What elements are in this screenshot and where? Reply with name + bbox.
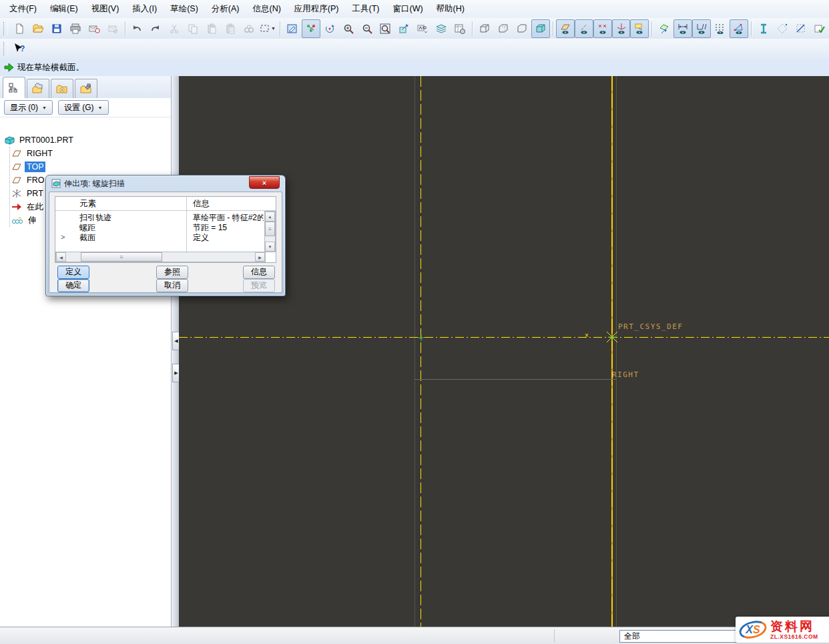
prompt-arrow-icon — [4, 63, 14, 72]
datum-plane-display-button[interactable] — [556, 19, 575, 38]
watermark-site-name: 资料网 — [770, 620, 818, 633]
sketch-line-horizontal[interactable] — [414, 379, 616, 380]
sketch-orientation-button[interactable] — [655, 19, 673, 38]
horizontal-scroll-thumb[interactable] — [81, 252, 162, 262]
open-button[interactable] — [29, 19, 47, 38]
axis-display-button[interactable] — [575, 19, 593, 38]
intersection-marker-icon — [417, 334, 425, 342]
menu-analysis[interactable]: 分析(A) — [205, 0, 246, 18]
tab-connections[interactable] — [75, 79, 97, 98]
tab-favorites[interactable] — [51, 79, 73, 98]
main-toolbar — [0, 18, 829, 39]
info-button[interactable]: 信息 — [243, 266, 275, 279]
toolbar-grip[interactable] — [3, 42, 8, 55]
annotation-display-button[interactable] — [630, 19, 649, 38]
cell-info[interactable]: 草绘平面 - 特征#2的 — [193, 213, 264, 223]
scroll-down-icon[interactable] — [265, 242, 275, 252]
open-ends-diagnostics-button[interactable] — [792, 19, 810, 38]
menu-applications[interactable]: 应用程序(P) — [288, 0, 346, 18]
constraint-display-button[interactable] — [692, 19, 711, 38]
menu-file[interactable]: 文件(F) — [3, 0, 43, 18]
cell-element[interactable]: 截面 — [79, 233, 95, 243]
vertex-display-button[interactable] — [730, 19, 748, 38]
save-button[interactable] — [47, 19, 66, 38]
context-help-button[interactable]: ? — [10, 39, 29, 58]
wireframe-button[interactable] — [475, 19, 494, 38]
graphics-canvas[interactable]: PRT_CSYS_DEF RIGHT — [179, 76, 829, 627]
menu-insert[interactable]: 插入(I) — [125, 0, 164, 18]
section-shade-button[interactable] — [754, 19, 773, 38]
cell-info[interactable]: 节距 = 15 — [193, 223, 227, 233]
secondary-toolbar: ? — [0, 39, 829, 59]
ok-button[interactable]: 确定 — [57, 279, 89, 292]
menu-tools[interactable]: 工具(T) — [346, 0, 386, 18]
shaded-button[interactable] — [531, 19, 550, 38]
tab-model-tree[interactable] — [3, 77, 25, 98]
elements-table[interactable]: 元素 信息 扫引轨迹 草绘平面 - 特征#2的 螺距 节距 = 15 截面 定义 — [55, 196, 276, 263]
layers-button[interactable] — [432, 19, 451, 38]
sketch-line-vertical[interactable] — [414, 76, 415, 627]
navigator-buttons: 显示 (0) 设置 (G) — [0, 98, 171, 117]
vertical-scrollbar[interactable] — [264, 211, 276, 252]
centerline-horizontal[interactable] — [179, 337, 829, 338]
paste-icon — [206, 23, 218, 35]
menu-edit[interactable]: 编辑(E) — [43, 0, 85, 18]
undo-button[interactable] — [128, 19, 147, 38]
zoom-out-button[interactable] — [358, 19, 376, 38]
vertical-scroll-thumb[interactable] — [265, 222, 275, 236]
dimension-display-button[interactable] — [673, 19, 692, 38]
close-icon[interactable] — [249, 176, 280, 189]
redo-button[interactable] — [146, 19, 165, 38]
axis-display-icon — [578, 23, 590, 35]
loop-diagnostics-button[interactable] — [773, 19, 792, 38]
print-button[interactable] — [66, 19, 85, 38]
csys-marker-icon[interactable] — [605, 330, 619, 344]
spin-center-button[interactable] — [320, 19, 339, 38]
tree-item-right-plane[interactable]: RIGHT — [11, 147, 171, 160]
settings-dropdown-button[interactable]: 设置 (G) — [58, 100, 109, 115]
scroll-left-icon[interactable] — [56, 252, 66, 262]
scroll-up-icon[interactable] — [265, 212, 275, 222]
feature-requirements-button[interactable] — [810, 19, 829, 38]
point-display-button[interactable] — [593, 19, 612, 38]
toolbar-grip[interactable] — [3, 22, 8, 35]
grid-display-button[interactable] — [711, 19, 730, 38]
tree-item-part[interactable]: PRT0001.PRT — [0, 133, 171, 147]
select-box-button[interactable] — [258, 19, 277, 38]
centerline-axis-vertical[interactable] — [611, 76, 613, 627]
view-manager-button[interactable] — [451, 19, 469, 38]
cell-element[interactable]: 螺距 — [79, 223, 95, 233]
datum-plane-display-icon — [559, 23, 571, 35]
send-mail-button[interactable] — [85, 19, 103, 38]
horizontal-scrollbar[interactable] — [55, 252, 266, 262]
toolbar-separator — [472, 21, 473, 36]
menu-sketch[interactable]: 草绘(S) — [164, 0, 205, 18]
tree-item-top-plane[interactable]: TOP — [11, 160, 171, 174]
zoom-in-button[interactable] — [339, 19, 358, 38]
define-button[interactable]: 定义 — [57, 266, 89, 279]
sketch-view-button[interactable] — [283, 19, 302, 38]
new-file-button[interactable] — [10, 19, 29, 38]
csys-icon — [11, 189, 22, 198]
datum-filter-button[interactable] — [302, 19, 320, 38]
hidden-line-button[interactable] — [494, 19, 513, 38]
references-button[interactable]: 参照 — [156, 266, 188, 279]
cancel-button[interactable]: 取消 — [156, 279, 188, 292]
menu-window[interactable]: 窗口(W) — [386, 0, 429, 18]
menu-help[interactable]: 帮助(H) — [430, 0, 471, 18]
symbols-ab-button[interactable] — [413, 19, 432, 38]
scroll-right-icon[interactable] — [255, 252, 265, 262]
csys-display-button[interactable] — [612, 19, 631, 38]
no-hidden-button[interactable] — [513, 19, 531, 38]
show-dropdown-button[interactable]: 显示 (0) — [4, 100, 53, 115]
menu-view[interactable]: 视图(V) — [85, 0, 126, 18]
cell-info[interactable]: 定义 — [193, 233, 209, 243]
reorient-button[interactable] — [394, 19, 413, 38]
menu-info[interactable]: 信息(N) — [246, 0, 287, 18]
centerline-vertical[interactable] — [421, 76, 421, 627]
select-box-dropdown-arrow-icon[interactable] — [271, 26, 276, 31]
tab-folder-browser[interactable] — [27, 79, 49, 98]
zoom-fit-button[interactable] — [376, 19, 395, 38]
sketch-line-vertical[interactable] — [616, 76, 617, 627]
cell-element[interactable]: 扫引轨迹 — [79, 213, 111, 223]
